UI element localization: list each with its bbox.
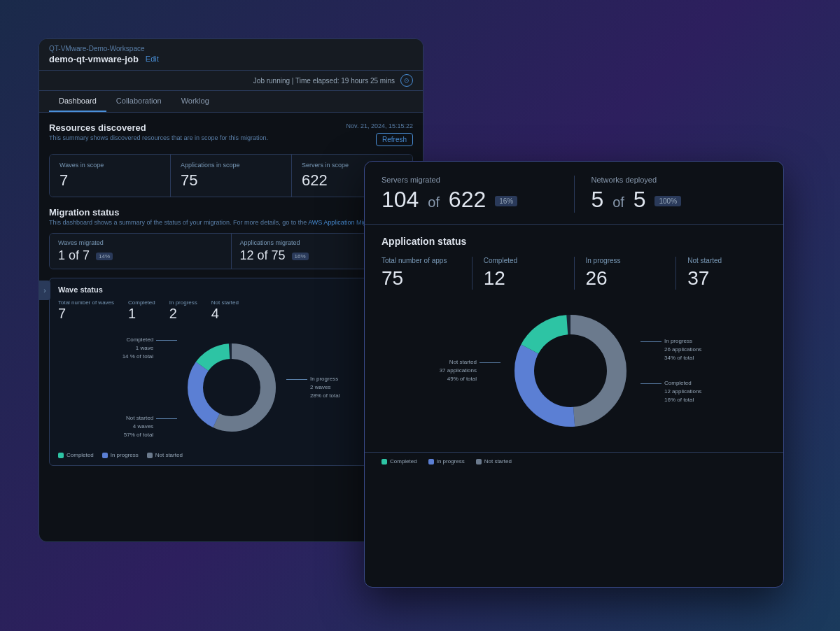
networks-label: Networks deployed xyxy=(592,176,767,184)
wave-legend: Completed In progress Not started xyxy=(58,452,404,458)
total-apps: Total number of apps 75 xyxy=(382,257,472,290)
wave-metrics-row: Total number of waves 7 Completed 1 In p… xyxy=(58,299,404,322)
job-status-text: Job running | Time elapsed: 19 hours 25 … xyxy=(253,77,395,85)
app-legend-not-started: Not started xyxy=(476,458,512,465)
in-progress-app-label: In progress26 applications34% of total xyxy=(640,337,718,362)
apps-label: Applications in scope xyxy=(181,162,281,169)
not-started-dot xyxy=(147,453,153,458)
app-status-section: Application status Total number of apps … xyxy=(365,225,783,452)
app-legend-in-progress: In progress xyxy=(428,458,465,465)
edit-link[interactable]: Edit xyxy=(146,55,159,63)
tabs-bar: Dashboard Collaboration Worklog xyxy=(39,91,423,113)
breadcrumb: QT-VMware-Demo-Workspace xyxy=(49,45,413,52)
wave-donut-chart xyxy=(183,339,281,437)
apps-value: 75 xyxy=(181,171,281,190)
completed-label: Completed1 wave14 % of total xyxy=(122,336,177,361)
app-right-labels: In progress26 applications34% of total C… xyxy=(640,337,718,404)
migration-metrics: Waves migrated 1 of 7 14% Applications m… xyxy=(49,233,413,269)
in-progress-dot xyxy=(102,453,108,458)
app-in-progress-dot xyxy=(428,459,434,465)
app-donut-chart xyxy=(507,308,634,434)
app-completed-dot xyxy=(382,459,387,465)
tab-dashboard[interactable]: Dashboard xyxy=(49,91,106,112)
app-legend-completed: Completed xyxy=(382,458,417,465)
completed-dot xyxy=(58,453,64,458)
timestamp: Nov. 21, 2024, 15:15:22 xyxy=(346,122,413,129)
servers-badge: 16% xyxy=(495,196,517,206)
waves-in-progress: In progress 2 xyxy=(169,299,197,322)
waves-migrated-value: 1 of 7 14% xyxy=(58,248,223,263)
migration-status-section: Migration status This dashboard shows a … xyxy=(49,207,413,269)
resources-metrics: Waves in scope 7 Applications in scope 7… xyxy=(49,154,413,197)
waves-migrated: Waves migrated 1 of 7 14% xyxy=(50,234,232,269)
legend-not-started: Not started xyxy=(147,452,183,458)
apps-metric: Applications in scope 75 xyxy=(171,155,292,197)
waves-label: Waves in scope xyxy=(59,162,160,169)
resources-header: Resources discovered This summary shows … xyxy=(49,122,413,148)
total-waves: Total number of waves 7 xyxy=(58,299,114,322)
status-icon: ⊙ xyxy=(400,74,413,87)
title-bar: QT-VMware-Demo-Workspace demo-qt-vmware-… xyxy=(39,39,423,71)
apps-in-progress: In progress 26 xyxy=(575,257,677,290)
waves-not-started: Not started 4 xyxy=(211,299,239,322)
wave-chart-area: Completed1 wave14 % of total Not started… xyxy=(58,329,404,446)
app-metrics-row: Total number of apps 75 Completed 12 In … xyxy=(382,257,766,290)
networks-box: Networks deployed 5 of 5 100% xyxy=(574,176,767,213)
waves-migrated-label: Waves migrated xyxy=(58,239,223,246)
apps-badge: 16% xyxy=(292,253,309,260)
not-started-app-label: Not started37 applications49% of total xyxy=(430,358,500,383)
in-progress-label: In progress2 waves28% of total xyxy=(286,375,340,400)
migration-status-title: Migration status xyxy=(49,207,413,218)
servers-box: Servers migrated 104 of 622 16% xyxy=(382,176,574,213)
resources-title: Resources discovered xyxy=(49,122,268,133)
waves-completed: Completed 1 xyxy=(128,299,155,322)
waves-badge: 14% xyxy=(96,253,113,260)
apps-not-started: Not started 37 xyxy=(676,257,766,290)
legend-in-progress: In progress xyxy=(102,452,139,458)
apps-completed: Completed 12 xyxy=(472,257,575,290)
not-started-label: Not started4 waves57% of total xyxy=(124,414,177,439)
networks-value: 5 of 5 100% xyxy=(592,187,767,213)
app-not-started-dot xyxy=(476,459,482,465)
waves-value: 7 xyxy=(59,171,160,190)
networks-badge: 100% xyxy=(654,196,681,206)
job-status-bar: Job running | Time elapsed: 19 hours 25 … xyxy=(39,71,423,91)
legend-completed: Completed xyxy=(58,452,94,458)
top-section: Servers migrated 104 of 622 16% Networks… xyxy=(365,162,783,225)
wave-status-title: Wave status xyxy=(58,285,404,294)
app-legend: Completed In progress Not started xyxy=(365,452,783,470)
servers-label: Servers migrated xyxy=(382,176,557,184)
app-chart-area: Not started37 applications49% of total xyxy=(382,301,766,441)
resources-subtitle: This summary shows discovered resources … xyxy=(49,134,268,141)
migration-status-subtitle: This dashboard shows a summary of the st… xyxy=(49,219,413,226)
tab-collaboration[interactable]: Collaboration xyxy=(106,91,172,112)
wave-status-section: Wave status Total number of waves 7 Comp… xyxy=(49,278,413,466)
completed-app-label: Completed12 applications16% of total xyxy=(640,379,718,404)
job-title: demo-qt-vmware-job xyxy=(49,54,139,64)
front-window: Servers migrated 104 of 622 16% Networks… xyxy=(364,161,784,588)
app-status-title: Application status xyxy=(382,236,766,247)
tab-worklog[interactable]: Worklog xyxy=(172,91,219,112)
waves-metric: Waves in scope 7 xyxy=(50,155,171,197)
sidebar-toggle[interactable]: › xyxy=(39,281,50,300)
refresh-button[interactable]: Refresh xyxy=(376,133,413,146)
servers-value: 104 of 622 16% xyxy=(382,187,557,213)
servers-networks-row: Servers migrated 104 of 622 16% Networks… xyxy=(382,176,766,213)
